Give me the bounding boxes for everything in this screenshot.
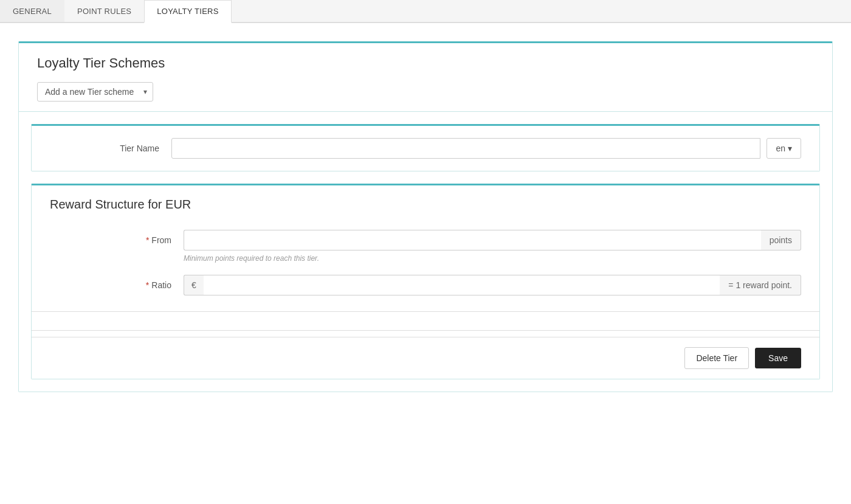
tab-general[interactable]: GENERAL <box>0 0 64 22</box>
ratio-suffix: = 1 reward point. <box>720 275 801 295</box>
ratio-input[interactable] <box>204 275 720 295</box>
spacer <box>32 312 819 330</box>
from-required-star: * <box>146 235 149 245</box>
lang-label: en <box>776 143 785 153</box>
delete-tier-button[interactable]: Delete Tier <box>684 347 749 369</box>
tier-name-row: Tier Name en ▾ <box>32 126 819 171</box>
ratio-field-group: *Ratio € = 1 reward point. <box>32 269 819 311</box>
from-input[interactable] <box>184 230 761 250</box>
reward-structure-card: Reward Structure for EUR *From points Mi… <box>31 184 820 379</box>
reward-structure-title: Reward Structure for EUR <box>50 198 801 212</box>
tier-name-label: Tier Name <box>50 143 171 153</box>
save-button[interactable]: Save <box>755 348 801 368</box>
currency-prefix: € <box>184 275 204 295</box>
from-row: *From points <box>50 230 801 250</box>
card-header-section: Loyalty Tier Schemes Add a new Tier sche… <box>19 43 832 112</box>
ratio-label: *Ratio <box>50 280 184 290</box>
from-field-group: *From points Minimum points required to … <box>32 224 819 263</box>
page-wrapper: GENERAL POINT RULES LOYALTY TIERS Loyalt… <box>0 0 851 504</box>
ratio-input-wrapper: € = 1 reward point. <box>184 275 801 295</box>
action-bar: Delete Tier Save <box>32 337 819 379</box>
from-suffix: points <box>761 230 801 250</box>
add-tier-dropdown[interactable]: Add a new Tier scheme <box>37 82 153 102</box>
ratio-required-star: * <box>146 280 149 290</box>
ratio-row: *Ratio € = 1 reward point. <box>50 275 801 295</box>
content-area: Loyalty Tier Schemes Add a new Tier sche… <box>0 23 851 404</box>
from-hint: Minimum points required to reach this ti… <box>184 254 801 263</box>
tier-name-input[interactable] <box>171 138 760 159</box>
add-tier-select: Add a new Tier scheme <box>37 82 814 102</box>
add-tier-select-wrapper[interactable]: Add a new Tier scheme <box>37 82 153 102</box>
page-title: Loyalty Tier Schemes <box>37 55 814 71</box>
tab-loyalty-tiers[interactable]: LOYALTY TIERS <box>144 0 231 23</box>
main-card: Loyalty Tier Schemes Add a new Tier sche… <box>18 41 833 392</box>
lang-button[interactable]: en ▾ <box>767 138 801 159</box>
chevron-down-icon: ▾ <box>788 143 792 153</box>
from-label: *From <box>50 235 184 245</box>
tabs-bar: GENERAL POINT RULES LOYALTY TIERS <box>0 0 851 23</box>
divider-2 <box>32 330 819 331</box>
from-input-wrapper: points <box>184 230 801 250</box>
tab-point-rules[interactable]: POINT RULES <box>64 0 144 22</box>
tier-form-card: Tier Name en ▾ <box>31 124 820 171</box>
reward-header: Reward Structure for EUR <box>32 185 819 224</box>
